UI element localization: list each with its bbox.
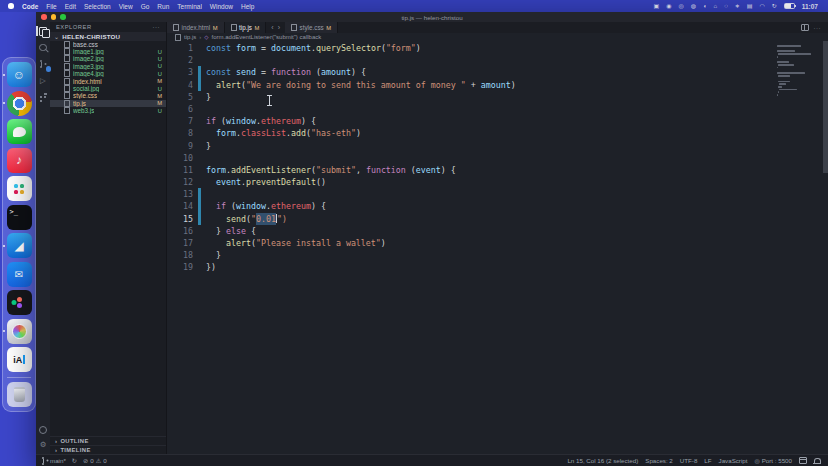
run-debug-view-icon[interactable]: ▷ <box>36 75 50 87</box>
chat-icon[interactable]: ◖ <box>703 3 707 9</box>
dock-item-photo-booth[interactable] <box>7 319 32 344</box>
dock-item-vscode[interactable]: ◢ <box>7 233 32 258</box>
code-line-12[interactable]: 12 event.preventDefault() <box>167 176 828 188</box>
source-control-view-icon[interactable] <box>36 58 50 70</box>
code-line-10[interactable]: 10 <box>167 152 828 164</box>
file-item-image4.jpg[interactable]: image4.jpgU <box>50 70 166 77</box>
minimap[interactable] <box>777 45 819 97</box>
menu-code[interactable]: Code <box>22 3 38 10</box>
meet-icon[interactable]: ◍ <box>691 3 696 9</box>
home-icon[interactable]: ⌂ <box>714 3 718 9</box>
editor-scrollbar[interactable] <box>823 41 828 173</box>
cursor-position[interactable]: Ln 15, Col 16 (2 selected) <box>567 457 638 464</box>
record-icon[interactable]: ◉ <box>666 3 671 9</box>
keyboard-icon[interactable]: ▤ <box>747 3 753 9</box>
dock-item-figma[interactable] <box>7 290 32 315</box>
dock-item-ia-writer[interactable]: iA <box>7 347 32 372</box>
explorer-actions-icon[interactable]: ··· <box>153 24 161 30</box>
encoding[interactable]: UTF-8 <box>680 457 698 464</box>
display-icon[interactable]: ▣ <box>653 3 659 9</box>
menu-edit[interactable]: Edit <box>65 3 76 10</box>
sync-changes-button[interactable]: ↻ <box>72 457 77 464</box>
breadcrumb-file[interactable]: tip.js <box>184 34 196 40</box>
code-line-8[interactable]: 8 form.classList.add("has-eth") <box>167 127 828 139</box>
dock-item-messages[interactable] <box>7 119 32 144</box>
menu-selection[interactable]: Selection <box>84 3 111 10</box>
menu-go[interactable]: Go <box>141 3 150 10</box>
file-item-web3.js[interactable]: web3.jsU <box>50 107 166 114</box>
menubar-clock[interactable]: 11:07 <box>802 3 818 10</box>
code-line-18[interactable]: 18 } <box>167 249 828 261</box>
explorer-view-icon[interactable] <box>36 25 50 37</box>
code-line-15[interactable]: 15 send("0.01") <box>167 213 828 225</box>
code-line-11[interactable]: 11form.addEventListener("submit", functi… <box>167 164 828 176</box>
code-line-7[interactable]: 7if (window.ethereum) { <box>167 115 828 127</box>
camera-icon[interactable]: ◎ <box>678 3 683 9</box>
code-line-3[interactable]: 3const send = function (amount) { <box>167 66 828 78</box>
code-line-9[interactable]: 9} <box>167 140 828 152</box>
accounts-button[interactable] <box>36 424 50 436</box>
layout-icon[interactable] <box>799 457 807 464</box>
menu-run[interactable]: Run <box>157 3 169 10</box>
code-line-5[interactable]: 5} <box>167 91 828 103</box>
code-line-14[interactable]: 14 if (window.ethereum) { <box>167 200 828 212</box>
nav-forward-icon[interactable]: › <box>278 24 280 31</box>
code-line-17[interactable]: 17 alert("Please install a wallet") <box>167 237 828 249</box>
wifi-icon[interactable]: ◠ <box>759 3 764 9</box>
settings-button[interactable]: ⚙ <box>36 439 50 451</box>
dock-item-slack[interactable] <box>7 176 32 201</box>
extensions-view-icon[interactable] <box>36 91 50 103</box>
code-line-19[interactable]: 19}) <box>167 261 828 273</box>
file-item-tip.js[interactable]: tip.jsM <box>50 100 166 107</box>
code-line-13[interactable]: 13 <box>167 188 828 200</box>
code-line-1[interactable]: 1const form = document.querySelector("fo… <box>167 42 828 54</box>
menu-view[interactable]: View <box>119 3 133 10</box>
outline-section-header[interactable]: › OUTLINE <box>50 436 166 445</box>
tab-style.css[interactable]: style.cssM <box>285 22 338 33</box>
dock-item-finder[interactable]: ☺ <box>7 62 32 87</box>
dock-item-music[interactable]: ♪ <box>7 148 32 173</box>
bluetooth-icon[interactable]: ∗ <box>735 3 740 9</box>
nav-back-icon[interactable]: ‹ <box>271 24 273 31</box>
code-line-4[interactable]: 4 alert("We are doing to send this amoun… <box>167 79 828 91</box>
workspace-folder-row[interactable]: ⌄ HELEN-CHRISTOU <box>50 32 166 41</box>
code-editor[interactable]: 1const form = document.querySelector("fo… <box>167 41 828 454</box>
git-branch-status[interactable]: main* <box>41 457 66 465</box>
code-line-6[interactable]: 6 <box>167 103 828 115</box>
code-line-2[interactable]: 2 <box>167 54 828 66</box>
search-view-icon[interactable] <box>36 42 50 54</box>
language-mode[interactable]: JavaScript <box>719 457 748 464</box>
tab-tip.js[interactable]: tip.jsM <box>225 22 267 33</box>
menu-window[interactable]: Window <box>210 3 233 10</box>
file-item-index.html[interactable]: index.htmlM <box>50 77 166 84</box>
menu-terminal[interactable]: Terminal <box>177 3 202 10</box>
timeline-section-header[interactable]: › TIMELINE <box>50 445 166 454</box>
apple-menu-icon[interactable] <box>8 3 14 9</box>
dock-item-chrome[interactable] <box>7 91 32 116</box>
bell-icon[interactable] <box>814 458 821 463</box>
battery-icon[interactable] <box>784 3 795 10</box>
eol-sequence[interactable]: LF <box>704 457 711 464</box>
sync-icon[interactable]: ↻ <box>772 3 777 9</box>
breadcrumb-symbol[interactable]: form.addEventListener("submit") callback <box>212 34 322 40</box>
close-window-button[interactable] <box>41 14 47 20</box>
split-editor-icon[interactable] <box>801 24 809 31</box>
titlebar[interactable]: tip.js — helen-christou <box>36 12 828 22</box>
file-item-image1.jpg[interactable]: image1.jpgU <box>50 48 166 55</box>
file-item-social.jpg[interactable]: social.jpgU <box>50 85 166 92</box>
phone-icon[interactable]: ◌ <box>724 3 728 9</box>
file-item-style.css[interactable]: style.cssM <box>50 92 166 99</box>
file-item-image2.jpg[interactable]: image2.jpgU <box>50 55 166 62</box>
problems-status[interactable]: ⊘ 0 ⚠ 0 <box>83 457 107 464</box>
dock-item-terminal[interactable]: >_ <box>7 205 32 230</box>
file-item-base.css[interactable]: base.css <box>50 41 166 48</box>
tab-index.html[interactable]: index.htmlM <box>167 22 225 33</box>
zoom-window-button[interactable] <box>60 14 66 20</box>
minimize-window-button[interactable] <box>51 14 57 20</box>
more-actions-icon[interactable]: ··· <box>814 25 822 31</box>
menu-help[interactable]: Help <box>241 3 254 10</box>
dock-item-mail[interactable]: ✉ <box>7 262 32 287</box>
code-line-16[interactable]: 16 } else { <box>167 225 828 237</box>
menu-file[interactable]: File <box>46 3 56 10</box>
indentation[interactable]: Spaces: 2 <box>645 457 673 464</box>
